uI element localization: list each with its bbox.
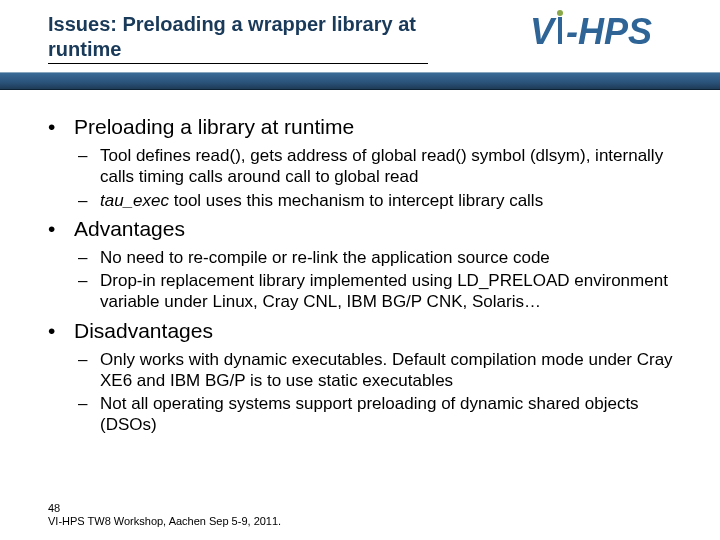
list-item: Advantages No need to re-compile or re-l… bbox=[48, 217, 678, 313]
bullet-list: Preloading a library at runtime Tool def… bbox=[48, 115, 678, 436]
list-item: No need to re-compile or re-link the app… bbox=[74, 247, 678, 268]
list-item: Preloading a library at runtime Tool def… bbox=[48, 115, 678, 211]
sub-bullet-text: tool uses this mechanism to intercept li… bbox=[169, 191, 543, 210]
sub-bullet-text: Drop-in replacement library implemented … bbox=[100, 271, 668, 311]
sub-bullet-text: Only works with dynamic executables. Def… bbox=[100, 350, 673, 390]
list-item: tau_exec tool uses this mechanism to int… bbox=[74, 190, 678, 211]
sub-bullet-text: Tool defines read(), gets address of glo… bbox=[100, 146, 663, 186]
bullet-text: Disadvantages bbox=[74, 319, 213, 342]
list-item: Only works with dynamic executables. Def… bbox=[74, 349, 678, 392]
svg-rect-1 bbox=[558, 17, 562, 44]
sub-list: No need to re-compile or re-link the app… bbox=[74, 247, 678, 313]
slide-title: Issues: Preloading a wrapper library at … bbox=[48, 12, 428, 64]
slide-header: Issues: Preloading a wrapper library at … bbox=[0, 0, 720, 72]
sub-list: Tool defines read(), gets address of glo… bbox=[74, 145, 678, 211]
sub-bullet-text: No need to re-compile or re-link the app… bbox=[100, 248, 550, 267]
header-divider-bar bbox=[0, 72, 720, 90]
sub-list: Only works with dynamic executables. Def… bbox=[74, 349, 678, 436]
svg-text:-HPS: -HPS bbox=[566, 11, 652, 52]
page-number: 48 bbox=[48, 502, 281, 515]
slide-body: Preloading a library at runtime Tool def… bbox=[48, 105, 678, 442]
svg-text:V: V bbox=[530, 11, 557, 52]
list-item: Drop-in replacement library implemented … bbox=[74, 270, 678, 313]
vi-hps-logo-icon: V -HPS bbox=[530, 8, 690, 58]
bullet-text: Preloading a library at runtime bbox=[74, 115, 354, 138]
sub-bullet-text: Not all operating systems support preloa… bbox=[100, 394, 639, 434]
slide-footer: 48 VI-HPS TW8 Workshop, Aachen Sep 5-9, … bbox=[48, 502, 281, 528]
svg-point-2 bbox=[557, 10, 563, 16]
list-item: Disadvantages Only works with dynamic ex… bbox=[48, 319, 678, 436]
bullet-text: Advantages bbox=[74, 217, 185, 240]
sub-bullet-italic: tau_exec bbox=[100, 191, 169, 210]
list-item: Not all operating systems support preloa… bbox=[74, 393, 678, 436]
list-item: Tool defines read(), gets address of glo… bbox=[74, 145, 678, 188]
logo: V -HPS bbox=[530, 8, 690, 58]
footer-text: VI-HPS TW8 Workshop, Aachen Sep 5-9, 201… bbox=[48, 515, 281, 528]
